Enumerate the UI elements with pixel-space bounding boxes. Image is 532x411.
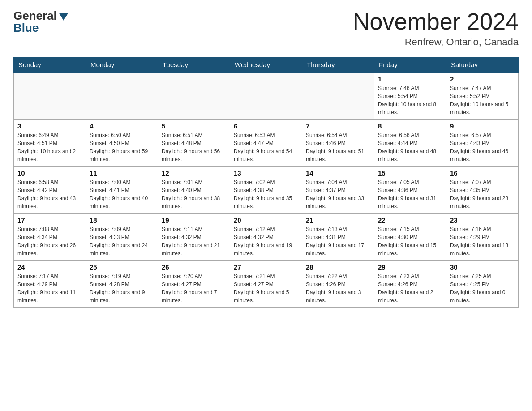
day-info: Sunrise: 7:09 AMSunset: 4:33 PMDaylight:… [90,225,154,257]
day-info: Sunrise: 6:53 AMSunset: 4:47 PMDaylight:… [234,131,298,163]
calendar-cell: 11Sunrise: 7:00 AMSunset: 4:41 PMDayligh… [86,167,158,214]
day-info: Sunrise: 6:54 AMSunset: 4:46 PMDaylight:… [306,131,370,163]
day-info: Sunrise: 7:20 AMSunset: 4:27 PMDaylight:… [162,272,226,304]
calendar-cell: 10Sunrise: 6:58 AMSunset: 4:42 PMDayligh… [14,167,86,214]
calendar-cell [158,73,230,120]
day-info: Sunrise: 7:21 AMSunset: 4:27 PMDaylight:… [234,272,298,304]
day-number: 20 [234,216,298,224]
calendar-cell: 9Sunrise: 6:57 AMSunset: 4:43 PMDaylight… [446,120,519,167]
day-info: Sunrise: 7:11 AMSunset: 4:32 PMDaylight:… [162,225,226,257]
day-number: 4 [90,122,154,130]
calendar-cell [14,73,86,120]
day-number: 7 [306,122,370,130]
day-info: Sunrise: 7:46 AMSunset: 5:54 PMDaylight:… [378,84,442,116]
weekday-header-friday: Friday [374,57,446,73]
logo-area: General Blue [13,9,69,35]
week-row-4: 17Sunrise: 7:08 AMSunset: 4:34 PMDayligh… [14,214,519,261]
day-number: 30 [450,263,515,271]
day-info: Sunrise: 7:15 AMSunset: 4:30 PMDaylight:… [378,225,442,257]
day-info: Sunrise: 7:13 AMSunset: 4:31 PMDaylight:… [306,225,370,257]
logo-icon [58,12,69,21]
day-number: 28 [306,263,370,271]
day-number: 18 [90,216,154,224]
day-info: Sunrise: 7:25 AMSunset: 4:25 PMDaylight:… [450,272,515,304]
calendar-cell: 2Sunrise: 7:47 AMSunset: 5:52 PMDaylight… [446,73,519,120]
day-number: 29 [378,263,442,271]
week-row-1: 1Sunrise: 7:46 AMSunset: 5:54 PMDaylight… [14,73,519,120]
calendar-cell: 26Sunrise: 7:20 AMSunset: 4:27 PMDayligh… [158,261,230,308]
day-number: 5 [162,122,226,130]
day-number: 17 [17,216,82,224]
calendar-cell: 29Sunrise: 7:23 AMSunset: 4:26 PMDayligh… [374,261,446,308]
day-number: 24 [17,263,82,271]
day-number: 22 [378,216,442,224]
day-info: Sunrise: 7:07 AMSunset: 4:35 PMDaylight:… [450,178,515,210]
weekday-header-tuesday: Tuesday [158,57,230,73]
day-number: 11 [90,169,154,177]
calendar-cell: 27Sunrise: 7:21 AMSunset: 4:27 PMDayligh… [230,261,302,308]
calendar-cell [230,73,302,120]
day-number: 16 [450,169,515,177]
calendar-cell: 6Sunrise: 6:53 AMSunset: 4:47 PMDaylight… [230,120,302,167]
logo-blue-text: Blue [13,21,39,34]
calendar-cell [302,73,374,120]
day-number: 19 [162,216,226,224]
title-area: November 2024 Renfrew, Ontario, Canada [353,9,519,48]
calendar-cell: 20Sunrise: 7:12 AMSunset: 4:32 PMDayligh… [230,214,302,261]
day-number: 21 [306,216,370,224]
calendar-cell: 25Sunrise: 7:19 AMSunset: 4:28 PMDayligh… [86,261,158,308]
day-info: Sunrise: 7:08 AMSunset: 4:34 PMDaylight:… [17,225,82,257]
calendar-cell: 12Sunrise: 7:01 AMSunset: 4:40 PMDayligh… [158,167,230,214]
day-info: Sunrise: 7:02 AMSunset: 4:38 PMDaylight:… [234,178,298,210]
day-number: 12 [162,169,226,177]
day-number: 15 [378,169,442,177]
day-info: Sunrise: 7:23 AMSunset: 4:26 PMDaylight:… [378,272,442,304]
day-info: Sunrise: 7:04 AMSunset: 4:37 PMDaylight:… [306,178,370,210]
calendar-cell: 8Sunrise: 6:56 AMSunset: 4:44 PMDaylight… [374,120,446,167]
location-title: Renfrew, Ontario, Canada [353,36,519,48]
day-number: 3 [17,122,82,130]
day-number: 26 [162,263,226,271]
day-info: Sunrise: 6:49 AMSunset: 4:51 PMDaylight:… [17,131,82,163]
day-number: 2 [450,75,515,83]
weekday-header-wednesday: Wednesday [230,57,302,73]
calendar-cell: 7Sunrise: 6:54 AMSunset: 4:46 PMDaylight… [302,120,374,167]
calendar-cell: 17Sunrise: 7:08 AMSunset: 4:34 PMDayligh… [14,214,86,261]
day-info: Sunrise: 6:58 AMSunset: 4:42 PMDaylight:… [17,178,82,210]
day-number: 1 [378,75,442,83]
day-info: Sunrise: 6:51 AMSunset: 4:48 PMDaylight:… [162,131,226,163]
day-number: 27 [234,263,298,271]
day-number: 25 [90,263,154,271]
day-info: Sunrise: 6:50 AMSunset: 4:50 PMDaylight:… [90,131,154,163]
calendar-cell: 3Sunrise: 6:49 AMSunset: 4:51 PMDaylight… [14,120,86,167]
day-info: Sunrise: 7:01 AMSunset: 4:40 PMDaylight:… [162,178,226,210]
day-info: Sunrise: 7:47 AMSunset: 5:52 PMDaylight:… [450,84,515,116]
weekday-header-sunday: Sunday [14,57,86,73]
weekday-header-saturday: Saturday [446,57,519,73]
month-title: November 2024 [353,9,519,34]
day-number: 10 [17,169,82,177]
day-info: Sunrise: 6:56 AMSunset: 4:44 PMDaylight:… [378,131,442,163]
svg-marker-0 [59,13,69,21]
calendar-table: SundayMondayTuesdayWednesdayThursdayFrid… [13,57,519,308]
week-row-2: 3Sunrise: 6:49 AMSunset: 4:51 PMDaylight… [14,120,519,167]
day-info: Sunrise: 7:17 AMSunset: 4:29 PMDaylight:… [17,272,82,304]
week-row-3: 10Sunrise: 6:58 AMSunset: 4:42 PMDayligh… [14,167,519,214]
calendar-cell: 23Sunrise: 7:16 AMSunset: 4:29 PMDayligh… [446,214,519,261]
weekday-header-row: SundayMondayTuesdayWednesdayThursdayFrid… [14,57,519,73]
day-number: 9 [450,122,515,130]
day-number: 13 [234,169,298,177]
calendar-cell [86,73,158,120]
day-info: Sunrise: 7:16 AMSunset: 4:29 PMDaylight:… [450,225,515,257]
day-number: 14 [306,169,370,177]
weekday-header-thursday: Thursday [302,57,374,73]
calendar-cell: 21Sunrise: 7:13 AMSunset: 4:31 PMDayligh… [302,214,374,261]
day-info: Sunrise: 7:05 AMSunset: 4:36 PMDaylight:… [378,178,442,210]
week-row-5: 24Sunrise: 7:17 AMSunset: 4:29 PMDayligh… [14,261,519,308]
day-info: Sunrise: 7:12 AMSunset: 4:32 PMDaylight:… [234,225,298,257]
day-info: Sunrise: 7:19 AMSunset: 4:28 PMDaylight:… [90,272,154,304]
calendar-cell: 5Sunrise: 6:51 AMSunset: 4:48 PMDaylight… [158,120,230,167]
calendar-cell: 19Sunrise: 7:11 AMSunset: 4:32 PMDayligh… [158,214,230,261]
page-header: General Blue November 2024 Renfrew, Onta… [13,9,519,48]
day-info: Sunrise: 6:57 AMSunset: 4:43 PMDaylight:… [450,131,515,163]
